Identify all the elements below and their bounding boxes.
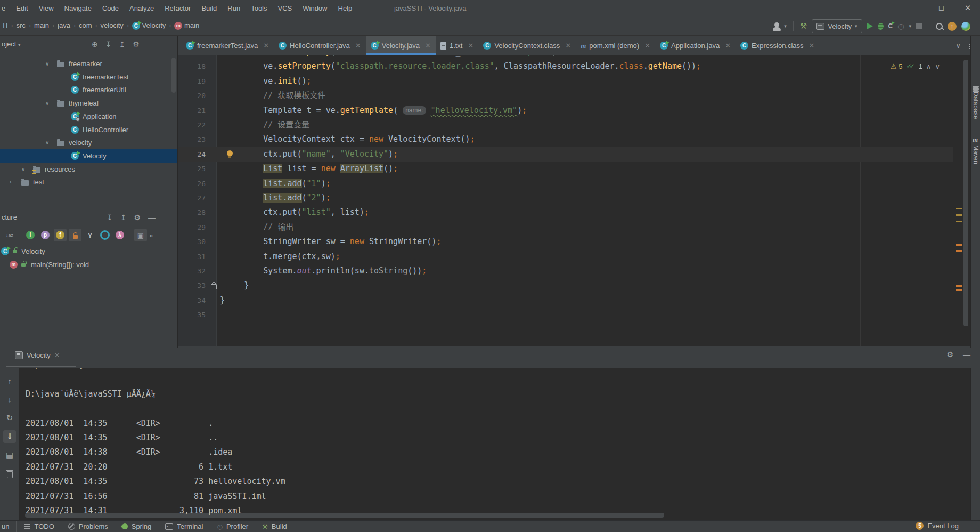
code-line-32[interactable]: 32 System.out.println(sw.toString()); — [178, 264, 953, 278]
close-icon[interactable]: ✕ — [565, 42, 571, 50]
code-line-19[interactable]: 19 ve.init(); — [178, 74, 953, 88]
down-stack-trace-icon[interactable]: ↓ — [3, 393, 16, 406]
close-icon[interactable]: ✕ — [809, 42, 815, 50]
debug-button[interactable] — [878, 23, 884, 30]
expand-all-icon[interactable]: ↧ — [107, 209, 113, 225]
tool-button-maven[interactable]: Maven — [972, 145, 979, 164]
menu-item-build[interactable]: Build — [196, 0, 222, 16]
up-stack-trace-icon[interactable]: ↑ — [3, 374, 16, 387]
code-line-30[interactable]: 30 StringWriter sw = new StringWriter(); — [178, 235, 953, 249]
editor-tab[interactable]: CHelloController.java✕ — [274, 36, 366, 55]
maximize-button[interactable]: ☐ — [929, 1, 953, 17]
run-config-select[interactable]: Velocity ▾ — [812, 19, 862, 33]
menu-item-window[interactable]: Window — [297, 0, 332, 16]
run-toolwindow-stub[interactable]: un — [2, 522, 9, 530]
ide-sphere-icon[interactable] — [961, 22, 970, 31]
code-line-18[interactable]: 18 ve.setProperty("classpath.resource.lo… — [178, 59, 953, 74]
code-line-21[interactable]: 21 Template t = ve.getTemplate( name: "h… — [178, 103, 953, 118]
event-log-button[interactable]: 5 Event Log — [916, 522, 959, 530]
chevron-right-icon[interactable]: › — [10, 179, 11, 185]
stop-button[interactable] — [916, 23, 922, 29]
status-item-build[interactable]: ⚒Build — [262, 522, 287, 530]
status-item-todo[interactable]: TODO — [24, 522, 54, 530]
breadcrumb-item[interactable]: m main — [174, 21, 199, 29]
editor-tab[interactable]: CfreemarkerTest.java✕ — [181, 36, 274, 55]
update-icon[interactable]: ↑ — [948, 22, 957, 31]
close-icon[interactable]: ✕ — [54, 351, 60, 359]
chevron-down-icon[interactable]: ∨ — [21, 166, 25, 172]
tree-item-application[interactable]: CApplication — [0, 110, 177, 123]
code-line-17[interactable]: 17 ve.setProperty(RuntimeConstants.RESOU… — [178, 55, 953, 59]
breadcrumb-item[interactable]: TI — [2, 21, 8, 29]
minimize-button[interactable]: – — [903, 0, 927, 17]
menu-item-analyze[interactable]: Analyze — [124, 0, 159, 16]
pinned-mode-icon[interactable]: ▣ — [134, 229, 147, 241]
menu-item-run[interactable]: Run — [222, 0, 246, 16]
menu-item-help[interactable]: Help — [333, 0, 358, 16]
chevron-down-icon[interactable]: ∨ — [45, 100, 49, 106]
run-panel-tab[interactable]: Velocity ✕ — [15, 351, 60, 359]
code-line-33[interactable]: 33 } — [178, 278, 953, 293]
collapse-all-icon[interactable]: ↥ — [120, 209, 127, 225]
inspection-widget[interactable]: ⚠ 5 ✓✓ 1 ∧ ∨ — [888, 60, 942, 72]
next-problem-icon[interactable]: ∨ — [935, 62, 940, 70]
code-editor[interactable]: 17 ve.setProperty(RuntimeConstants.RESOU… — [178, 55, 953, 346]
tree-item-velocity[interactable]: CVelocity — [0, 149, 177, 163]
clear-console-icon[interactable] — [3, 467, 16, 480]
status-item-spring[interactable]: Spring — [122, 522, 152, 530]
code-line-22[interactable]: 22 // 设置变量 — [178, 118, 953, 132]
database-icon[interactable] — [973, 86, 979, 88]
prev-problem-icon[interactable]: ∧ — [926, 62, 932, 70]
collapse-all-icon[interactable]: ↥ — [119, 36, 125, 52]
editor-tab[interactable]: 1.txt✕ — [436, 36, 478, 55]
status-item-profiler[interactable]: ◷Profiler — [217, 522, 248, 530]
close-button[interactable]: ✕ — [956, 0, 980, 17]
code-line-28[interactable]: 28 ctx.put("list", list); — [178, 205, 953, 220]
menu-item-tools[interactable]: Tools — [246, 0, 272, 16]
hide-panel-icon[interactable]: — — [963, 350, 970, 359]
locate-icon[interactable]: ⊕ — [92, 36, 98, 52]
menu-item-navigate[interactable]: Navigate — [59, 0, 97, 16]
expand-all-icon[interactable]: ↧ — [105, 36, 112, 52]
tree-item-freemarkertest[interactable]: CfreemarkerTest — [0, 70, 177, 84]
tree-item-velocity[interactable]: ∨velocity — [0, 136, 177, 149]
status-item-problems[interactable]: Problems — [68, 522, 108, 530]
editor-tab[interactable]: CVelocity.java✕ — [366, 36, 436, 55]
menu-item-vcs[interactable]: VCS — [273, 0, 298, 16]
close-icon[interactable]: ✕ — [468, 42, 473, 50]
code-line-35[interactable]: 35 — [178, 308, 953, 322]
tree-item-freemarkerutil[interactable]: CfreemarkerUtil — [0, 83, 177, 96]
code-line-24[interactable]: 24 ctx.put("name", "Velocity"); — [178, 147, 953, 162]
gear-icon[interactable]: ⚙ — [133, 36, 140, 52]
editor-tab[interactable]: CApplication.java✕ — [655, 36, 736, 55]
editor-tab[interactable]: mpom.xml (demo)✕ — [576, 36, 655, 55]
close-icon[interactable]: ✕ — [425, 42, 431, 50]
search-icon[interactable] — [936, 23, 943, 30]
more-options-icon[interactable]: » — [149, 231, 153, 239]
close-icon[interactable]: ✕ — [644, 42, 650, 50]
chevron-down-icon[interactable]: ∨ — [45, 140, 49, 146]
editor-tab[interactable]: CVelocityContext.class✕ — [478, 36, 576, 55]
anonymous-classes-icon[interactable] — [99, 229, 111, 241]
visibility-sort-icon[interactable]: Y — [84, 229, 96, 241]
menu-item-edit[interactable]: Edit — [11, 0, 33, 16]
code-line-34[interactable]: 34} — [178, 293, 953, 308]
soft-wrap-icon[interactable]: ↻ — [3, 412, 16, 424]
scroll-to-end-icon[interactable]: ⇓ — [3, 430, 16, 443]
close-icon[interactable]: ✕ — [263, 42, 269, 50]
code-line-23[interactable]: 23 VelocityContext ctx = new VelocityCon… — [178, 132, 953, 147]
code-line-25[interactable]: 25 List list = new ArrayList(); — [178, 162, 953, 176]
show-non-public-icon[interactable] — [69, 229, 81, 241]
breadcrumb-item[interactable]: C Velocity — [132, 21, 166, 29]
error-stripe[interactable] — [953, 55, 970, 346]
tree-item-hellocontroller[interactable]: CHelloController — [0, 123, 177, 136]
breadcrumb-item[interactable]: velocity — [101, 21, 124, 29]
project-panel-title[interactable]: oject ▾ — [0, 40, 21, 48]
code-line-31[interactable]: 31 t.merge(ctx,sw); — [178, 249, 953, 264]
editor-tab[interactable]: CExpression.class✕ — [736, 36, 819, 55]
breadcrumb-item[interactable]: com — [79, 21, 92, 29]
structure-item[interactable]: mmain(String[]): void — [0, 258, 177, 271]
coverage-button run-badge[interactable]: C — [888, 22, 893, 30]
breadcrumb-item[interactable]: src — [17, 21, 26, 29]
project-scrollbar[interactable] — [172, 58, 176, 93]
